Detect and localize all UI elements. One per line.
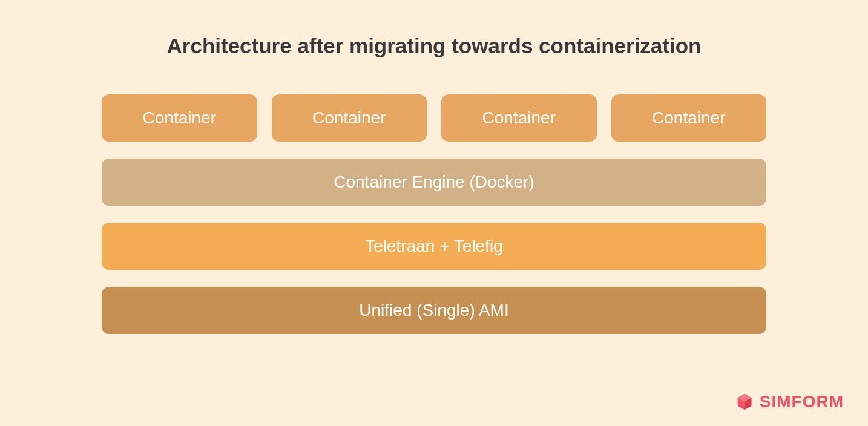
engine-layer: Container Engine (Docker) [102, 159, 766, 206]
engine-label: Container Engine (Docker) [334, 172, 534, 192]
diagram-canvas: Architecture after migrating towards con… [0, 0, 868, 334]
teletraan-label: Teletraan + Telefig [365, 237, 503, 256]
brand-icon [735, 393, 754, 411]
ami-label: Unified (Single) AMI [359, 301, 508, 320]
container-label: Container [482, 108, 556, 128]
container-label: Container [652, 108, 725, 128]
brand-logo: SIMFORM [735, 392, 844, 411]
container-box-1: Container [102, 94, 257, 142]
container-box-4: Container [611, 94, 767, 142]
diagram-title: Architecture after migrating towards con… [102, 34, 766, 58]
container-label: Container [143, 108, 216, 128]
ami-layer: Unified (Single) AMI [102, 287, 766, 334]
containers-row: Container Container Container Container [102, 94, 766, 142]
container-box-3: Container [441, 94, 597, 142]
container-box-2: Container [272, 94, 427, 142]
container-label: Container [312, 108, 386, 128]
brand-name: SIMFORM [760, 392, 844, 411]
teletraan-layer: Teletraan + Telefig [102, 223, 766, 270]
